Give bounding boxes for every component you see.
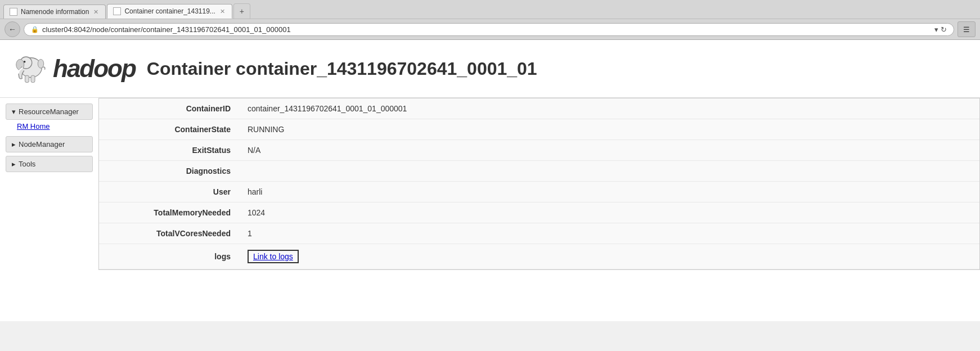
field-label: User xyxy=(99,182,240,202)
tab-label-namenode: Namenode information xyxy=(21,8,89,16)
field-label: ExitStatus xyxy=(99,140,240,161)
table-row: ExitStatusN/A xyxy=(99,140,979,161)
svg-rect-4 xyxy=(25,75,29,82)
page-content: hadoop Container container_1431196702641… xyxy=(0,40,980,321)
field-value: RUNNING xyxy=(240,119,979,140)
back-button[interactable]: ← xyxy=(5,21,20,37)
refresh-button[interactable]: ↻ xyxy=(941,25,947,34)
tools-expand-icon: ▸ xyxy=(12,160,16,168)
table-row: Diagnostics xyxy=(99,161,979,182)
url-actions: ▾ ↻ xyxy=(934,25,947,34)
url-dropdown-icon[interactable]: ▾ xyxy=(934,25,938,34)
rm-collapse-icon: ▾ xyxy=(12,107,16,116)
field-label: TotalMemoryNeeded xyxy=(99,202,240,223)
sidebar-rm-home-link[interactable]: RM Home xyxy=(6,120,93,133)
tab-favicon-container xyxy=(113,7,121,15)
hadoop-logo-text: hadoop xyxy=(53,55,136,83)
tab-container[interactable]: Container container_143119... ✕ xyxy=(107,4,232,19)
tab-close-container[interactable]: ✕ xyxy=(219,8,226,15)
table-row: Userharli xyxy=(99,182,979,202)
sidebar-section-tools: ▸ Tools xyxy=(6,156,93,172)
secure-icon: 🔒 xyxy=(31,26,39,33)
sidebar-rm-label: ResourceManager xyxy=(19,107,79,116)
table-row: TotalMemoryNeeded1024 xyxy=(99,202,979,223)
svg-rect-5 xyxy=(31,75,35,82)
sidebar-section-rm: ▾ ResourceManager RM Home xyxy=(6,104,93,133)
tab-namenode[interactable]: Namenode information ✕ xyxy=(3,4,106,19)
field-value: container_1431196702641_0001_01_000001 xyxy=(240,98,979,119)
tab-label-container: Container container_143119... xyxy=(124,7,215,15)
nm-expand-icon: ▸ xyxy=(12,140,16,148)
elephant-icon xyxy=(11,49,51,88)
content-area: ContainerIDcontainer_1431196702641_0001_… xyxy=(98,98,980,270)
tab-close-namenode[interactable]: ✕ xyxy=(92,8,100,16)
sidebar: ▾ ResourceManager RM Home ▸ NodeManager … xyxy=(0,98,98,270)
table-row: logsLink to logs xyxy=(99,244,979,269)
sidebar-tools[interactable]: ▸ Tools xyxy=(6,156,93,172)
table-row: ContainerStateRUNNING xyxy=(99,119,979,140)
url-box[interactable]: 🔒 cluster04:8042/node/container/containe… xyxy=(24,23,954,36)
field-value: N/A xyxy=(240,140,979,161)
field-label: TotalVCoresNeeded xyxy=(99,223,240,244)
container-info-table: ContainerIDcontainer_1431196702641_0001_… xyxy=(99,98,979,269)
field-value: harli xyxy=(240,182,979,202)
url-text: cluster04:8042/node/container/container_… xyxy=(42,25,931,34)
field-label: ContainerState xyxy=(99,119,240,140)
logs-link[interactable]: Link to logs xyxy=(248,250,299,263)
field-value xyxy=(240,161,979,182)
field-value: 1 xyxy=(240,223,979,244)
new-tab-button[interactable]: + xyxy=(233,3,250,19)
tab-bar: Namenode information ✕ Container contain… xyxy=(0,0,980,19)
tab-favicon-namenode xyxy=(10,8,17,16)
sidebar-nm-label: NodeManager xyxy=(19,140,65,148)
hadoop-logo: hadoop xyxy=(11,49,136,88)
sidebar-section-nm: ▸ NodeManager xyxy=(6,136,93,152)
browser-menu-button[interactable]: ☰ xyxy=(957,21,975,37)
address-bar: ← 🔒 cluster04:8042/node/container/contai… xyxy=(0,19,980,39)
page-title: Container container_1431196702641_0001_0… xyxy=(147,58,537,79)
main-layout: ▾ ResourceManager RM Home ▸ NodeManager … xyxy=(0,98,980,270)
field-label: Diagnostics xyxy=(99,161,240,182)
table-row: ContainerIDcontainer_1431196702641_0001_… xyxy=(99,98,979,119)
svg-point-6 xyxy=(38,59,44,68)
page-header: hadoop Container container_1431196702641… xyxy=(0,40,980,98)
sidebar-tools-label: Tools xyxy=(19,160,35,168)
field-value[interactable]: Link to logs xyxy=(240,244,979,269)
browser-chrome: Namenode information ✕ Container contain… xyxy=(0,0,980,40)
sidebar-resource-manager[interactable]: ▾ ResourceManager xyxy=(6,104,93,120)
field-label: logs xyxy=(99,244,240,269)
sidebar-node-manager[interactable]: ▸ NodeManager xyxy=(6,136,93,152)
svg-point-3 xyxy=(24,61,26,63)
table-row: TotalVCoresNeeded1 xyxy=(99,223,979,244)
field-label: ContainerID xyxy=(99,98,240,119)
field-value: 1024 xyxy=(240,202,979,223)
